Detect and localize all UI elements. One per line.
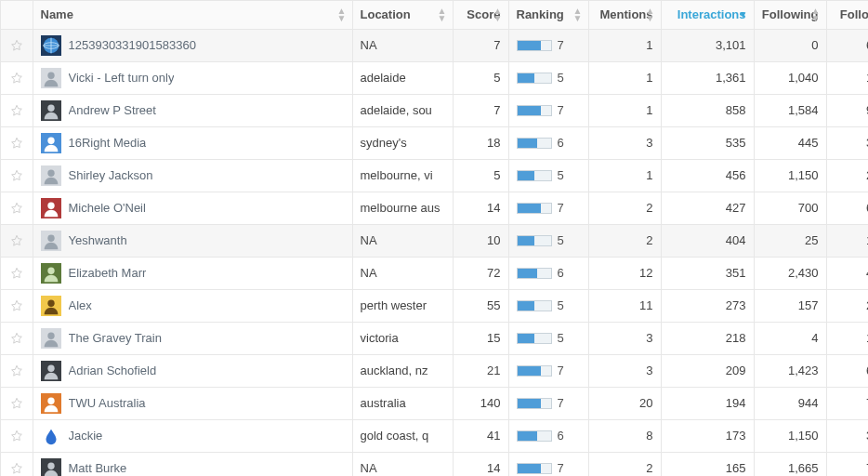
col-header-location[interactable]: Location▲▼ — [352, 1, 453, 29]
ranking-bar — [517, 170, 552, 181]
table-row[interactable]: Vicki - Left turn onlyadelaide5511,3611,… — [1, 61, 868, 94]
mentions-cell: 1 — [588, 61, 661, 94]
star-cell[interactable] — [1, 94, 33, 126]
profile-link[interactable]: Jackie — [69, 429, 103, 443]
location-cell: perth wester — [352, 289, 453, 322]
star-cell[interactable] — [1, 192, 33, 224]
table-row[interactable]: Matt BurkeNA14721651,6657,655 — [1, 452, 868, 476]
table-row[interactable]: Adrian Schofieldauckland, nz21732091,423… — [1, 354, 868, 387]
col-header-name[interactable]: Name▲▼ — [33, 1, 352, 29]
star-outline-icon — [9, 38, 24, 53]
profile-link[interactable]: Alex — [69, 298, 92, 312]
name-cell: Alex — [33, 289, 352, 322]
table-row[interactable]: Jackiegold coast, q41681731,1503,005 — [1, 419, 868, 452]
profile-link[interactable]: Adrian Schofield — [69, 364, 157, 377]
results-table: Name▲▼ Location▲▼ Score▲▼ Ranking▲▼ Ment… — [0, 0, 868, 476]
col-header-star[interactable] — [1, 1, 33, 29]
svg-point-18 — [47, 299, 54, 306]
star-cell[interactable] — [1, 322, 33, 354]
star-cell[interactable] — [1, 159, 33, 192]
star-cell[interactable] — [1, 452, 33, 476]
profile-link[interactable]: Matt Burke — [69, 461, 127, 475]
profile-link[interactable]: Vicki - Left turn only — [69, 71, 175, 85]
table-row[interactable]: Andrew P Streetadelaide, sou7718581,5849… — [1, 94, 868, 126]
sort-icon: ▲▼ — [811, 7, 821, 22]
sort-icon: ▲▼ — [573, 7, 583, 22]
star-cell[interactable] — [1, 289, 33, 322]
followers-cell: 2,046 — [826, 159, 868, 192]
profile-link[interactable]: The Gravey Train — [69, 331, 162, 345]
star-cell[interactable] — [1, 354, 33, 387]
star-outline-icon — [9, 461, 24, 476]
following-cell: 445 — [754, 126, 826, 159]
table-row[interactable]: 1253930331901583360NA7713,10106,709 — [1, 29, 868, 61]
score-cell: 14 — [453, 452, 508, 476]
score-cell: 7 — [453, 29, 508, 61]
score-cell: 7 — [453, 94, 508, 126]
name-cell: Yeshwanth — [33, 224, 352, 257]
location-cell: melbourne aus — [352, 192, 453, 224]
score-cell: 55 — [453, 289, 508, 322]
mentions-cell: 2 — [588, 192, 661, 224]
avatar-icon — [41, 198, 61, 218]
ranking-value: 7 — [558, 38, 564, 52]
star-cell[interactable] — [1, 29, 33, 61]
ranking-cell: 7 — [508, 94, 588, 126]
col-header-mentions[interactable]: Mentions▲▼ — [588, 1, 661, 29]
score-cell: 140 — [453, 387, 508, 419]
col-header-following[interactable]: Following▲▼ — [754, 1, 826, 29]
following-cell: 1,150 — [754, 419, 826, 452]
star-cell[interactable] — [1, 126, 33, 159]
avatar-icon — [41, 100, 61, 121]
table-row[interactable]: The Gravey Trainvictoria155321841,869 — [1, 322, 868, 354]
star-cell[interactable] — [1, 61, 33, 94]
score-cell: 18 — [453, 126, 508, 159]
profile-link[interactable]: Andrew P Street — [69, 103, 156, 117]
col-header-score[interactable]: Score▲▼ — [453, 1, 508, 29]
interactions-cell: 173 — [661, 419, 754, 452]
profile-link[interactable]: 1253930331901583360 — [69, 38, 196, 52]
name-cell: Shirley Jackson — [33, 159, 352, 192]
col-header-followers[interactable]: Followers▲▼ — [826, 1, 868, 29]
profile-link[interactable]: Michele O'Neil — [69, 201, 146, 215]
name-cell: Adrian Schofield — [33, 354, 352, 387]
table-row[interactable]: Elizabeth MarrNA726123512,4304,261 — [1, 257, 868, 289]
followers-cell: 6,780 — [826, 354, 868, 387]
col-header-ranking[interactable]: Ranking▲▼ — [508, 1, 588, 29]
table-row[interactable]: Alexperth wester555112731572,805 — [1, 289, 868, 322]
mentions-cell: 3 — [588, 126, 661, 159]
ranking-bar — [517, 105, 552, 116]
profile-link[interactable]: Shirley Jackson — [69, 168, 153, 182]
following-cell: 1,150 — [754, 159, 826, 192]
table-row[interactable]: 16Right Mediasydney's18635354453,561 — [1, 126, 868, 159]
ranking-bar — [517, 235, 552, 246]
profile-link[interactable]: Elizabeth Marr — [69, 266, 147, 280]
location-cell: adelaide — [352, 61, 453, 94]
location-cell: melbourne, vi — [352, 159, 453, 192]
location-cell: auckland, nz — [352, 354, 453, 387]
star-cell[interactable] — [1, 419, 33, 452]
following-cell: 0 — [754, 29, 826, 61]
ranking-bar — [517, 333, 552, 344]
ranking-value: 5 — [558, 168, 564, 182]
location-cell: gold coast, q — [352, 419, 453, 452]
star-cell[interactable] — [1, 224, 33, 257]
following-cell: 1,584 — [754, 94, 826, 126]
profile-link[interactable]: TWU Australia — [69, 396, 146, 410]
avatar-icon — [41, 133, 61, 153]
table-row[interactable]: Shirley Jacksonmelbourne, vi5514561,1502… — [1, 159, 868, 192]
avatar-icon — [41, 296, 61, 316]
table-row[interactable]: YeshwanthNA1052404251,393 — [1, 224, 868, 257]
star-cell[interactable] — [1, 257, 33, 289]
location-cell: NA — [352, 452, 453, 476]
ranking-bar — [517, 73, 552, 84]
table-row[interactable]: TWU Australiaaustralia1407201949447,214 — [1, 387, 868, 419]
star-cell[interactable] — [1, 387, 33, 419]
profile-link[interactable]: 16Right Media — [69, 136, 147, 150]
profile-link[interactable]: Yeshwanth — [69, 233, 127, 247]
name-cell: The Gravey Train — [33, 322, 352, 354]
svg-point-12 — [47, 202, 54, 208]
col-header-interactions[interactable]: Interactions▼ — [661, 1, 754, 29]
ranking-value: 6 — [558, 136, 564, 150]
table-row[interactable]: Michele O'Neilmelbourne aus14724277006,2… — [1, 192, 868, 224]
